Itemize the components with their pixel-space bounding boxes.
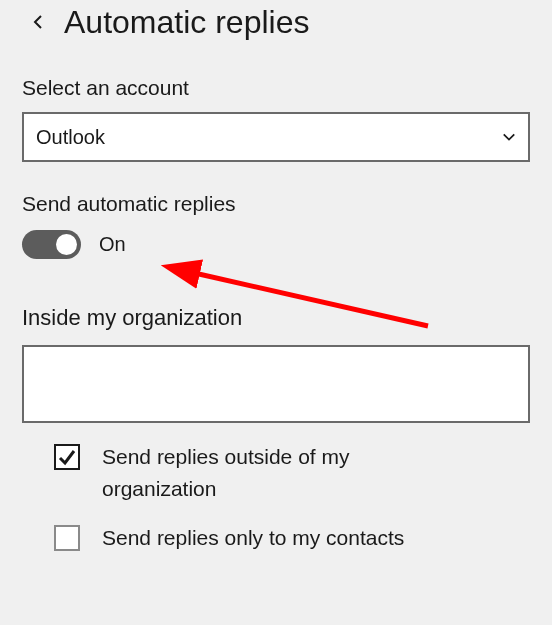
check-icon <box>58 448 76 466</box>
outside-org-label: Send replies outside of my organization <box>102 441 462 504</box>
auto-replies-toggle[interactable] <box>22 230 81 259</box>
chevron-down-icon <box>502 130 516 144</box>
back-button[interactable] <box>18 2 58 42</box>
toggle-label: Send automatic replies <box>22 192 530 216</box>
toggle-knob <box>56 234 77 255</box>
chevron-left-icon <box>30 14 46 30</box>
contacts-only-label: Send replies only to my contacts <box>102 522 404 554</box>
outside-org-checkbox[interactable] <box>54 444 80 470</box>
account-selected-value: Outlook <box>36 126 105 149</box>
inside-org-textarea[interactable] <box>22 345 530 423</box>
account-select[interactable]: Outlook <box>22 112 530 162</box>
page-title: Automatic replies <box>64 4 309 41</box>
toggle-state-label: On <box>99 233 126 256</box>
account-label: Select an account <box>22 76 530 100</box>
contacts-only-checkbox[interactable] <box>54 525 80 551</box>
inside-org-label: Inside my organization <box>22 305 530 331</box>
